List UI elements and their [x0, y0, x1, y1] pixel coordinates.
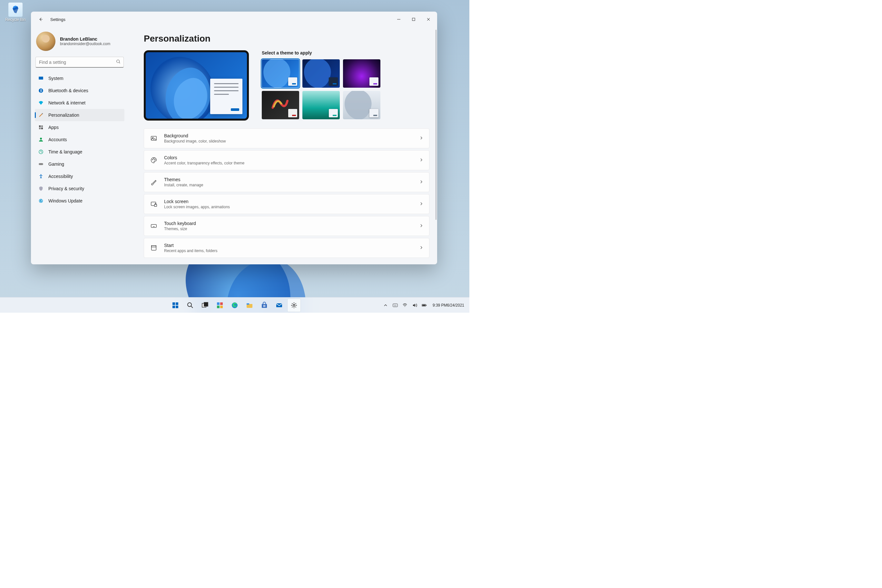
sidebar-item-time-language[interactable]: Time & language	[35, 146, 124, 158]
search-icon	[116, 59, 121, 65]
theme-grid	[262, 59, 380, 119]
profile-name: Brandon LeBlanc	[60, 36, 110, 42]
profile-block[interactable]: Brandon LeBlanc brandoninsider@outlook.c…	[35, 28, 124, 57]
svg-point-15	[40, 138, 42, 140]
svg-point-41	[188, 303, 192, 307]
theme-tile-4[interactable]	[262, 91, 299, 119]
edge-button[interactable]	[228, 299, 241, 312]
taskbar-clock[interactable]: 9:39 PM 6/24/2021	[429, 299, 467, 312]
card-title: Start	[164, 243, 419, 248]
scrollbar[interactable]	[435, 30, 436, 262]
avatar	[36, 32, 56, 51]
sidebar-item-label: Bluetooth & devices	[48, 88, 88, 93]
chevron-right-icon	[419, 201, 423, 207]
sidebar-item-label: Time & language	[48, 149, 82, 154]
svg-rect-14	[41, 128, 43, 129]
sidebar-item-personalization[interactable]: Personalization	[35, 109, 124, 121]
svg-rect-54	[263, 306, 264, 307]
svg-line-42	[191, 306, 193, 308]
sidebar-item-windows-update[interactable]: Windows Update	[35, 195, 124, 207]
sidebar-item-system[interactable]: System	[35, 72, 124, 84]
taskbar: 9:39 PM 6/24/2021	[0, 297, 470, 313]
svg-rect-51	[262, 304, 267, 308]
taskbar-search-button[interactable]	[184, 299, 196, 312]
card-subtitle: Themes, size	[164, 226, 419, 231]
shield-icon	[38, 186, 44, 192]
svg-rect-26	[154, 204, 157, 206]
sidebar-item-network[interactable]: Network & internet	[35, 97, 124, 109]
sidebar-item-bluetooth[interactable]: Bluetooth & devices	[35, 84, 124, 97]
svg-rect-40	[176, 306, 178, 308]
theme-tile-3[interactable]	[343, 59, 380, 88]
sidebar-item-gaming[interactable]: Gaming	[35, 158, 124, 170]
sidebar-item-label: Network & internet	[48, 100, 86, 105]
start-icon	[150, 244, 158, 252]
svg-line-6	[119, 63, 120, 63]
svg-rect-46	[220, 302, 223, 305]
minimize-button[interactable]	[392, 14, 406, 24]
svg-rect-12	[41, 125, 43, 127]
task-view-button[interactable]	[199, 299, 212, 312]
sidebar-item-accessibility[interactable]: Accessibility	[35, 170, 124, 183]
system-icon	[38, 75, 44, 81]
card-subtitle: Lock screen images, apps, animations	[164, 205, 419, 209]
mail-button[interactable]	[273, 299, 286, 312]
globe-clock-icon	[38, 149, 44, 155]
maximize-button[interactable]	[406, 14, 421, 24]
recycle-bin-desktop-icon[interactable]: Recycle Bin	[3, 3, 28, 22]
svg-rect-38	[176, 302, 178, 305]
svg-rect-64	[422, 304, 426, 306]
theme-tile-1[interactable]	[262, 59, 299, 88]
chevron-right-icon	[419, 223, 423, 229]
card-lock-screen[interactable]: Lock screen Lock screen images, apps, an…	[144, 194, 429, 214]
settings-taskbar-button[interactable]	[288, 299, 300, 312]
card-subtitle: Background image, color, slideshow	[164, 139, 419, 144]
clock-date: 6/24/2021	[447, 303, 464, 308]
theme-tile-5[interactable]	[302, 91, 340, 119]
card-title: Touch keyboard	[164, 221, 419, 226]
card-start[interactable]: Start Recent apps and items, folders	[144, 238, 429, 258]
card-title: Colors	[164, 155, 419, 160]
svg-point-5	[117, 60, 120, 63]
svg-rect-13	[39, 128, 40, 129]
sidebar-item-label: Windows Update	[48, 198, 82, 203]
sidebar-item-label: Accounts	[48, 137, 67, 142]
card-title: Background	[164, 133, 419, 138]
card-title: Themes	[164, 177, 419, 182]
card-themes[interactable]: Themes Install, create, manage	[144, 172, 429, 192]
card-background[interactable]: Background Background image, color, slid…	[144, 128, 429, 148]
back-button[interactable]	[36, 14, 46, 24]
theme-tile-6[interactable]	[343, 91, 380, 119]
theme-tile-2[interactable]	[302, 59, 340, 88]
card-subtitle: Accent color, transparency effects, colo…	[164, 161, 419, 165]
widgets-button[interactable]	[213, 299, 226, 312]
palette-icon	[150, 156, 158, 164]
brush-icon	[150, 178, 158, 186]
search-input[interactable]	[36, 57, 124, 68]
tray-volume-icon[interactable]	[410, 299, 419, 312]
svg-rect-2	[412, 18, 415, 21]
chevron-right-icon	[419, 179, 423, 185]
svg-rect-27	[151, 224, 157, 227]
svg-rect-53	[265, 305, 266, 306]
tray-battery-icon[interactable]	[420, 299, 429, 312]
sidebar-item-label: Gaming	[48, 162, 64, 166]
card-subtitle: Recent apps and items, folders	[164, 249, 419, 253]
card-colors[interactable]: Colors Accent color, transparency effect…	[144, 150, 429, 170]
preview-sample-window	[210, 79, 242, 114]
file-explorer-button[interactable]	[243, 299, 256, 312]
sidebar-item-accounts[interactable]: Accounts	[35, 134, 124, 146]
start-button[interactable]	[169, 299, 182, 312]
keyboard-icon	[150, 222, 158, 230]
svg-rect-32	[152, 246, 156, 250]
card-touch-keyboard[interactable]: Touch keyboard Themes, size	[144, 216, 429, 236]
tray-input-indicator[interactable]	[391, 299, 400, 312]
tray-wifi-icon[interactable]	[400, 299, 410, 312]
store-button[interactable]	[258, 299, 271, 312]
sidebar-item-privacy[interactable]: Privacy & security	[35, 183, 124, 195]
titlebar: Settings	[31, 12, 437, 27]
tray-overflow-button[interactable]	[381, 299, 390, 312]
close-button[interactable]	[421, 14, 436, 24]
sidebar-item-label: Apps	[48, 125, 58, 130]
sidebar-item-apps[interactable]: Apps	[35, 121, 124, 134]
